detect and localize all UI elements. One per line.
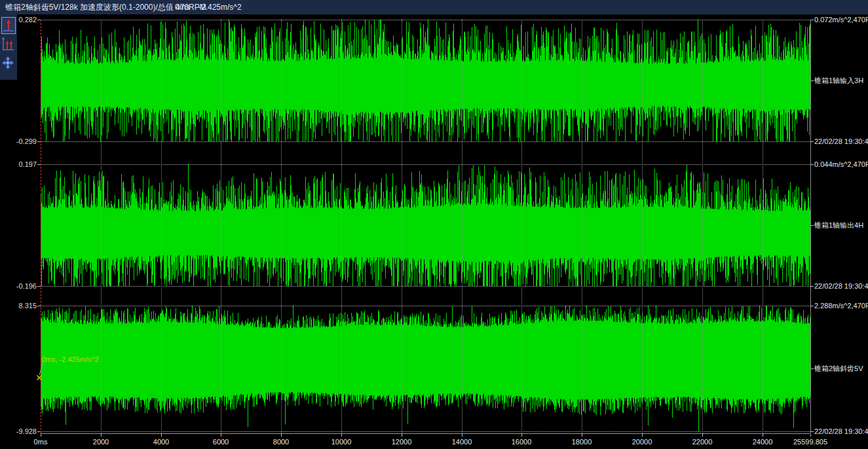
channel-amplitude-label: 2.288m/s^2,470RPM [814, 301, 868, 310]
x-tick-label: 22000 [692, 438, 713, 446]
channel-amplitude-label: 0.072m/s^2,470RPM [814, 15, 868, 24]
x-tick-mark [281, 434, 282, 437]
channel-amplitude-label: 0.044m/s^2,470RPM [814, 160, 868, 169]
vertical-gridline [763, 20, 763, 433]
x-tick-label: 4000 [153, 438, 169, 446]
vertical-gridline [521, 20, 522, 433]
x-tick-mark [702, 434, 703, 437]
cursor-value-readout: -2.425m/s^2 [198, 0, 242, 14]
vertical-gridline [702, 20, 703, 433]
x-tick-mark [341, 434, 342, 437]
channel-name-label: 锥箱1轴输入3H [814, 76, 863, 85]
plot-bottom-gridline [41, 431, 810, 432]
channel-name-label: 锥箱2轴斜齿5V [814, 364, 863, 373]
x-tick-label: 14000 [452, 438, 472, 446]
y-min-label: -9.928 [0, 427, 37, 436]
pan-tool-button[interactable] [1, 55, 16, 72]
x-tick-mark [810, 434, 811, 437]
waveform-plot-area[interactable]: 0.282-0.2990.072m/s^2,470RPM锥箱1轴输入3H22/0… [0, 0, 868, 449]
plot-bottom-gridline [41, 141, 810, 142]
x-tick-mark [763, 434, 763, 437]
x-tick-label: 25599.805 [793, 438, 827, 446]
x-tick-mark [642, 434, 643, 437]
x-tick-mark [462, 434, 462, 437]
x-tick-label: 16000 [512, 438, 532, 446]
channel-timestamp-label: 22/02/28 19:30:48 [814, 137, 868, 146]
plot-right-border [810, 20, 811, 433]
x-axis-line [41, 433, 810, 434]
waveform-canvas-channel-3[interactable] [41, 306, 810, 431]
x-tick-mark [101, 434, 102, 437]
vertical-gridline [402, 20, 402, 433]
y-max-label: 8.315 [0, 301, 37, 310]
y-min-label: -0.299 [0, 137, 37, 146]
vertical-gridline [642, 20, 643, 433]
cursor-time-readout: 0ms [175, 0, 190, 14]
single-cursor-waveform-tool-button[interactable] [1, 17, 16, 34]
vertical-gridline [582, 20, 582, 433]
x-tick-label: 24000 [753, 438, 773, 446]
vertical-gridline [462, 20, 462, 433]
x-tick-label: 10000 [331, 438, 352, 446]
vertical-gridline [341, 20, 342, 433]
x-tick-mark [41, 434, 41, 437]
x-tick-mark [221, 434, 221, 437]
x-tick-label: 2000 [93, 438, 109, 446]
x-tick-label: 6000 [213, 438, 229, 446]
x-tick-label: 12000 [392, 438, 412, 446]
harmonic-cursors-tool-button[interactable] [1, 37, 16, 54]
plot-top-gridline [41, 164, 810, 165]
cursor-annotation-label: 0ms, -2.425m/s^2 [42, 355, 99, 363]
move-arrows-icon [1, 62, 14, 73]
x-tick-mark [161, 434, 162, 437]
x-tick-label: 8000 [273, 438, 289, 446]
cursor-annotation-marker [36, 361, 47, 386]
channel-timestamp-label: 22/02/28 19:30:48 [814, 427, 868, 436]
vertical-gridline [281, 20, 282, 433]
channel-name-label: 锥箱1轴输出4H [814, 221, 863, 230]
plot-top-gridline [41, 20, 810, 20]
vertical-gridline [101, 20, 102, 433]
vertical-gridline [161, 20, 162, 433]
x-tick-label: 20000 [632, 438, 652, 446]
double-arrows-icon [1, 43, 14, 54]
title-bar: 锥箱2轴斜齿5V/128k 加速度波形(0.1-2000)/总值 470RPM … [0, 0, 868, 14]
vertical-gridline [221, 20, 221, 433]
x-tick-mark [402, 434, 402, 437]
x-tick-mark [521, 434, 522, 437]
tool-sidebar [0, 14, 17, 80]
waveform-cursor-icon [2, 24, 15, 35]
y-min-label: -0.196 [0, 281, 37, 291]
x-tick-mark [582, 434, 582, 437]
y-max-label: 0.197 [0, 160, 37, 169]
plot-top-gridline [41, 306, 810, 306]
waveform-canvas-channel-1[interactable] [41, 20, 810, 141]
waveform-canvas-channel-2[interactable] [41, 164, 810, 286]
channel-timestamp-label: 22/02/28 19:30:48 [814, 281, 868, 291]
x-tick-label: 18000 [572, 438, 592, 446]
x-tick-label: 0ms [34, 438, 48, 446]
plot-bottom-gridline [41, 286, 810, 287]
